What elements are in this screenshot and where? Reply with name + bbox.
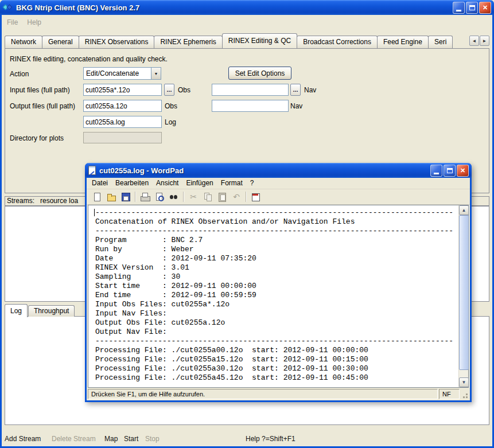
- tab-feed-engine[interactable]: Feed Engine: [377, 36, 429, 48]
- menu-ansicht[interactable]: Ansicht: [156, 179, 178, 187]
- help-button[interactable]: Help ?=Shift+F1: [246, 435, 295, 443]
- menu-bearbeiten[interactable]: Bearbeiten: [115, 179, 149, 187]
- output-nav-field[interactable]: [212, 100, 289, 112]
- wordpad-menubar: Datei Bearbeiten Ansicht Einfügen Format…: [87, 177, 470, 189]
- datetime-icon: [251, 193, 260, 201]
- tab-broadcast-corrections[interactable]: Broadcast Corrections: [297, 36, 378, 48]
- tab-log[interactable]: Log: [5, 304, 28, 317]
- tab-serial[interactable]: Seri: [428, 36, 453, 48]
- wordpad-window: cut0255a.log - WordPad ✕ Datei Bearbeite…: [85, 163, 472, 402]
- insert-datetime-button[interactable]: [249, 190, 263, 204]
- action-select[interactable]: Edit/Concatenate ▼: [83, 67, 161, 80]
- scroll-up-button[interactable]: ▲: [459, 205, 469, 215]
- toolbar-separator: [135, 192, 136, 202]
- wordpad-app-icon: [88, 166, 96, 175]
- cut-scissors-icon: ✂: [190, 193, 197, 201]
- copy-button[interactable]: [201, 190, 215, 204]
- add-stream-button[interactable]: Add Stream: [5, 435, 41, 443]
- status-nf-indicator: NF: [439, 389, 460, 399]
- tab-rinex-observations[interactable]: RINEX Observations: [79, 36, 155, 48]
- log-suffix-label: Log: [165, 118, 176, 126]
- open-button[interactable]: [104, 190, 118, 204]
- wordpad-minimize-button[interactable]: [430, 165, 442, 177]
- browse-input-obs-button[interactable]: ...: [164, 84, 174, 96]
- toolbar-separator: [246, 192, 247, 202]
- wordpad-window-controls: ✕: [430, 165, 469, 177]
- bnc-menubar: File Help: [2, 15, 492, 30]
- bottom-tab-strip: Log Throughput: [5, 303, 75, 317]
- tabs: Network General RINEX Observations RINEX…: [5, 33, 469, 48]
- wordpad-maximize-button[interactable]: [444, 165, 456, 177]
- start-button[interactable]: Start: [124, 435, 138, 443]
- wordpad-statusbar: Drücken Sie F1, um die Hilfe aufzurufen.…: [87, 388, 470, 400]
- copy-icon: [203, 193, 212, 201]
- bnc-window-title: BKG Ntrip Client (BNC) Version 2.7: [16, 3, 450, 12]
- tab-rinex-editing-qc[interactable]: RINEX Editing & QC: [222, 33, 297, 48]
- output-obs-suffix-label: Obs: [165, 102, 177, 110]
- log-file-field[interactable]: [83, 116, 162, 128]
- menu-help[interactable]: Help: [27, 18, 41, 26]
- toolbar-separator: [183, 192, 184, 202]
- status-message: Drücken Sie F1, um die Hilfe aufzurufen.: [88, 389, 438, 399]
- maximize-button[interactable]: [466, 2, 478, 14]
- wordpad-toolbar: ✂ ↶: [87, 189, 470, 205]
- input-nav-field[interactable]: [212, 84, 289, 96]
- tab-rinex-ephemeris[interactable]: RINEX Ephemeris: [154, 36, 222, 48]
- desktop: BKG Ntrip Client (BNC) Version 2.7 ✕ Fil…: [0, 0, 494, 448]
- wordpad-titlebar[interactable]: cut0255a.log - WordPad ✕: [85, 163, 472, 178]
- scrollbar-thumb[interactable]: [459, 215, 469, 370]
- tab-network[interactable]: Network: [5, 36, 42, 48]
- print-preview-button[interactable]: [153, 190, 166, 204]
- input-nav-suffix-label: Nav: [304, 86, 316, 94]
- map-button[interactable]: Map: [104, 435, 118, 443]
- panel-description: RINEX file editing, concatenation and qu…: [10, 55, 168, 63]
- browse-input-nav-button[interactable]: ...: [290, 84, 301, 96]
- tab-scroll-right-button[interactable]: ►: [480, 36, 489, 46]
- bnc-app-icon: [3, 3, 13, 12]
- menu-file[interactable]: File: [7, 18, 18, 26]
- stop-button[interactable]: Stop: [145, 435, 160, 443]
- menu-format[interactable]: Format: [221, 179, 243, 187]
- bnc-titlebar[interactable]: BKG Ntrip Client (BNC) Version 2.7 ✕: [0, 0, 494, 15]
- scroll-down-button[interactable]: ▼: [459, 377, 469, 387]
- find-button[interactable]: [167, 190, 181, 204]
- minimize-button[interactable]: [453, 2, 465, 14]
- paste-button[interactable]: [215, 190, 229, 204]
- tab-scroll-left-button[interactable]: ◄: [469, 36, 479, 46]
- tab-throughput[interactable]: Throughput: [28, 305, 75, 317]
- log-document-text: ----------------------------------------…: [88, 205, 458, 387]
- output-nav-suffix-label: Nav: [290, 102, 302, 110]
- bnc-window-controls: ✕: [453, 2, 491, 14]
- new-document-button[interactable]: [90, 190, 104, 204]
- wordpad-close-button[interactable]: ✕: [457, 165, 469, 177]
- open-folder-icon: [107, 193, 116, 201]
- tab-general[interactable]: General: [42, 36, 79, 48]
- wordpad-window-title: cut0255a.log - WordPad: [99, 166, 427, 175]
- resize-grip[interactable]: [461, 389, 469, 399]
- vertical-scrollbar[interactable]: ▲ ▼: [458, 205, 468, 387]
- input-obs-suffix-label: Obs: [178, 86, 190, 94]
- dropdown-arrow-icon[interactable]: ▼: [151, 68, 161, 79]
- save-button[interactable]: [119, 190, 133, 204]
- delete-stream-button[interactable]: Delete Stream: [52, 435, 96, 443]
- plots-directory-field: [83, 132, 162, 143]
- document-area[interactable]: ----------------------------------------…: [88, 205, 469, 388]
- menu-einfuegen[interactable]: Einfügen: [186, 179, 213, 187]
- action-label: Action: [10, 70, 29, 78]
- print-button[interactable]: [138, 190, 152, 204]
- plots-directory-label: Directory for plots: [10, 134, 64, 142]
- tab-strip: Network General RINEX Observations RINEX…: [5, 33, 489, 48]
- output-files-label: Output files (full path): [10, 102, 75, 110]
- input-files-label: Input files (full path): [10, 86, 70, 94]
- undo-button[interactable]: ↶: [230, 190, 243, 204]
- cut-button[interactable]: ✂: [186, 190, 200, 204]
- paste-clipboard-icon: [217, 193, 227, 201]
- input-obs-field[interactable]: [83, 84, 162, 96]
- find-binoculars-icon: [169, 193, 178, 201]
- menu-datei[interactable]: Datei: [92, 179, 108, 187]
- output-obs-field[interactable]: [83, 100, 162, 112]
- undo-arrow-icon: ↶: [233, 193, 240, 201]
- set-edit-options-button[interactable]: Set Edit Options: [228, 67, 291, 80]
- close-button[interactable]: ✕: [479, 2, 491, 14]
- menu-hilfe[interactable]: ?: [250, 179, 254, 187]
